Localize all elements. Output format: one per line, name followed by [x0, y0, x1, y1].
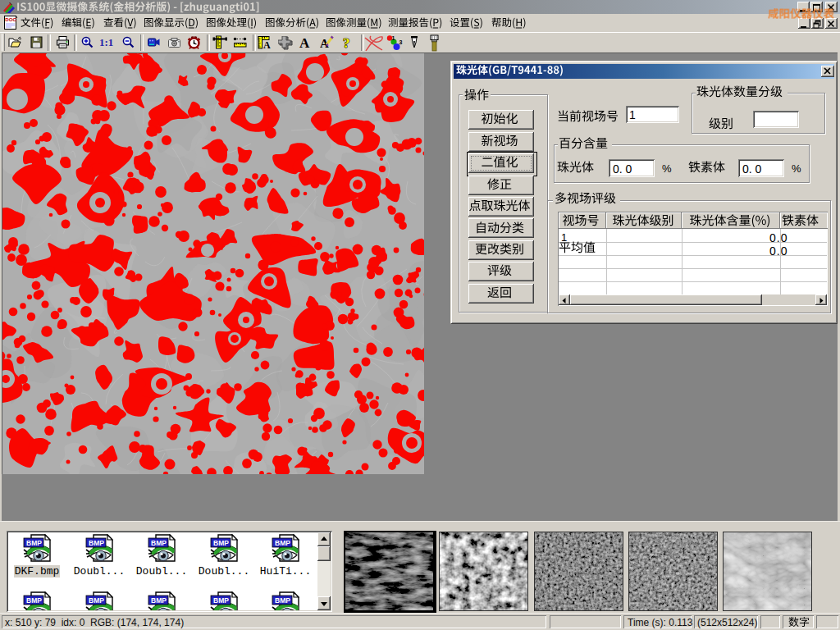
svg-text:1: 1: [392, 35, 395, 41]
svg-text:DOC: DOC: [5, 16, 16, 22]
svg-text:1:1: 1:1: [99, 36, 113, 48]
svg-text:3: 3: [399, 39, 403, 45]
svg-text:?: ?: [343, 35, 350, 50]
svg-text:A: A: [299, 35, 310, 50]
svg-text:A: A: [263, 39, 271, 50]
